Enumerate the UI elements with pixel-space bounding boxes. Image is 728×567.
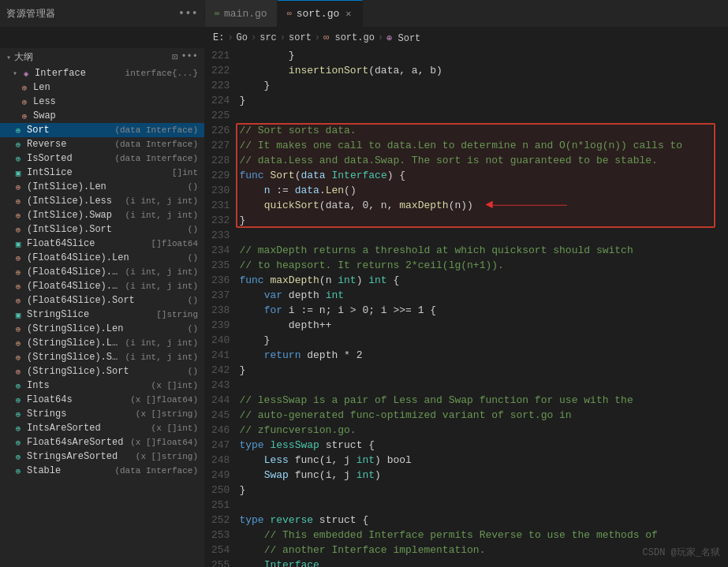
tab-sort-icon: ∞: [287, 9, 292, 18]
stringslice-swap-icon: ⊕: [13, 353, 24, 363]
outline-item-intslice-len[interactable]: ⊕ (IntSlice).Len (): [0, 180, 204, 194]
outline-item-less[interactable]: ⊕ Less: [0, 95, 204, 109]
tabs-area: ∞ main.go ∞ sort.go ✕: [205, 0, 728, 27]
outline-item-float64slice[interactable]: ▣ Float64Slice []float64: [0, 237, 204, 251]
outline-item-ints[interactable]: ⊕ Ints (x []int): [0, 379, 204, 393]
outline-item-stringslice-swap[interactable]: ⊕ (StringSlice).Swap (i int, j int): [0, 350, 204, 364]
more-icon[interactable]: •••: [178, 7, 198, 20]
tab-main-icon: ∞: [215, 9, 219, 18]
breadcrumb-sort[interactable]: sort: [289, 32, 312, 43]
code-line-224: }: [239, 93, 712, 108]
tab-main[interactable]: ∞ main.go: [205, 0, 278, 27]
stringslice-len-icon: ⊕: [13, 324, 24, 334]
breadcrumb-go[interactable]: Go: [237, 32, 248, 43]
intslice-len-icon: ⊕: [13, 182, 24, 192]
code-line-249: Swap func(i, j int): [239, 468, 712, 483]
code-line-254: // another Interface implementation.: [239, 543, 712, 558]
ints-icon: ⊕: [13, 381, 24, 391]
outline-item-intslice-swap[interactable]: ⊕ (IntSlice).Swap (i int, j int): [0, 208, 204, 222]
code-line-238: for i := n; i > 0; i >>= 1 {: [239, 303, 712, 318]
float64slice-sort-icon: ⊕: [13, 296, 24, 306]
code-line-252: type reverse struct {: [239, 513, 712, 528]
outline-more-icon[interactable]: •••: [181, 51, 198, 63]
outline-item-stringslice-len[interactable]: ⊕ (StringSlice).Len (): [0, 322, 204, 336]
outline-section-title[interactable]: ▾ 大纲 ⊡ •••: [0, 48, 204, 66]
outline-item-float64slice-len[interactable]: ⊕ (Float64Slice).Len (): [0, 251, 204, 265]
breadcrumb: E: › Go › src › sort › ∞ sort.go › ⊕ Sor…: [0, 28, 728, 48]
stringslice-less-icon: ⊕: [13, 338, 24, 349]
code-line-247: type lessSwap struct {: [239, 438, 712, 453]
tab-main-label: main.go: [224, 8, 267, 20]
float64slice-less-icon: ⊕: [13, 267, 24, 278]
tab-sort-close[interactable]: ✕: [344, 6, 353, 21]
sort-icon: ⊕: [13, 125, 24, 136]
float64saresorted-icon: ⊕: [13, 438, 24, 448]
code-line-240: }: [239, 333, 712, 348]
outline-item-stringslice-less[interactable]: ⊕ (StringSlice).Less (i int, j int): [0, 336, 204, 350]
code-line-229: func Sort(data Interface) {: [239, 168, 712, 183]
code-line-243: [239, 378, 712, 393]
outline-item-stable[interactable]: ⊕ Stable (data Interface): [0, 464, 204, 478]
code-line-251: [239, 498, 712, 513]
code-line-248: Less func(i, j int) bool: [239, 453, 712, 468]
outline-items: ▾ ◈ Interface interface{...} ⊕ Len ⊕ Les…: [0, 66, 204, 567]
outline-item-float64s[interactable]: ⊕ Float64s (x []float64): [0, 393, 204, 407]
float64slice-len-icon: ⊕: [13, 253, 24, 263]
line-numbers: 221 222 223 224 225 226 227 228 229 230 …: [205, 48, 239, 567]
outline-item-float64saresorted[interactable]: ⊕ Float64sAreSorted (x []float64): [0, 435, 204, 449]
outline-item-intslice-less[interactable]: ⊕ (IntSlice).Less (i int, j int): [0, 194, 204, 208]
code-line-246: // zfuncversion.go.: [239, 423, 712, 438]
tab-sort[interactable]: ∞ sort.go ✕: [278, 0, 364, 27]
sidebar-header-bar: 资源管理器 •••: [0, 7, 205, 21]
intsaresorted-icon: ⊕: [13, 423, 24, 434]
code-line-235: // to heapsort. It returns 2*ceil(lg(n+1…: [239, 258, 712, 273]
len-icon: ⊕: [19, 83, 30, 93]
code-line-221: }: [239, 48, 712, 63]
outline-item-intslice-sort[interactable]: ⊕ (IntSlice).Sort (): [0, 222, 204, 237]
outline-item-reverse[interactable]: ⊕ Reverse (data Interface): [0, 137, 204, 151]
reverse-icon: ⊕: [13, 140, 24, 150]
code-line-226: // Sort sorts data.: [239, 123, 712, 138]
outline-item-float64slice-less[interactable]: ⊕ (Float64Slice).Less (i int, j int): [0, 265, 204, 279]
code-line-228: // data.Less and data.Swap. The sort is …: [239, 153, 712, 168]
breadcrumb-src[interactable]: src: [259, 32, 277, 43]
outline-item-issorted[interactable]: ⊕ IsSorted (data Interface): [0, 151, 204, 166]
outline-item-float64slice-swap[interactable]: ⊕ (Float64Slice).Swap (i int, j int): [0, 279, 204, 293]
code-line-227: // It makes one call to data.Len to dete…: [239, 138, 712, 153]
swap-icon: ⊕: [19, 111, 30, 121]
outline-item-intsaresorted[interactable]: ⊕ IntsAreSorted (x []int): [0, 421, 204, 435]
intslice-icon: ▣: [13, 168, 24, 178]
outline-item-interface[interactable]: ▾ ◈ Interface interface{...}: [0, 66, 204, 80]
breadcrumb-func[interactable]: ⊕ Sort: [386, 32, 420, 44]
outline-collapse-icon[interactable]: ⊡: [172, 51, 177, 63]
outline-item-stringslice-sort[interactable]: ⊕ (StringSlice).Sort (): [0, 364, 204, 379]
outline-item-sort[interactable]: ⊕ Sort (data Interface): [0, 123, 204, 137]
code-line-232: }: [239, 213, 712, 228]
float64slice-swap-icon: ⊕: [13, 282, 24, 292]
issorted-icon: ⊕: [13, 154, 24, 164]
code-line-234: // maxDepth returns a threshold at which…: [239, 243, 712, 258]
outline-item-strings[interactable]: ⊕ Strings (x []string): [0, 407, 204, 421]
breadcrumb-e[interactable]: E:: [213, 32, 224, 43]
outline-item-swap[interactable]: ⊕ Swap: [0, 109, 204, 123]
code-content: 221 222 223 224 225 226 227 228 229 230 …: [205, 48, 728, 567]
explorer-label: 资源管理器: [6, 7, 56, 21]
sidebar: ▾ 大纲 ⊡ ••• ▾ ◈ Interface interface{...} …: [0, 48, 205, 567]
outline-item-len[interactable]: ⊕ Len: [0, 80, 204, 95]
code-line-231: quickSort(data, 0, n, maxDepth(n)) ◄────…: [239, 198, 712, 213]
outline-item-intslice[interactable]: ▣ IntSlice []int: [0, 166, 204, 180]
outline-item-stringslice[interactable]: ▣ StringSlice []string: [0, 308, 204, 322]
breadcrumb-file[interactable]: ∞ sort.go: [323, 32, 375, 43]
less-icon: ⊕: [19, 97, 30, 107]
code-editor[interactable]: 221 222 223 224 225 226 227 228 229 230 …: [205, 48, 728, 567]
stringslice-icon: ▣: [13, 310, 24, 320]
stringsaresorted-icon: ⊕: [13, 452, 24, 462]
watermark: CSDN @玩家_名狱: [643, 546, 720, 559]
float64slice-icon: ▣: [13, 239, 24, 249]
outline-item-float64slice-sort[interactable]: ⊕ (Float64Slice).Sort (): [0, 293, 204, 308]
code-line-244: // lessSwap is a pair of Less and Swap f…: [239, 393, 712, 408]
code-lines: } insertionSort(data, a, b) } } // Sort …: [239, 48, 728, 567]
intslice-swap-icon: ⊕: [13, 211, 24, 221]
code-line-225: [239, 108, 712, 123]
outline-item-stringsaresorted[interactable]: ⊕ StringsAreSorted (x []string): [0, 449, 204, 464]
